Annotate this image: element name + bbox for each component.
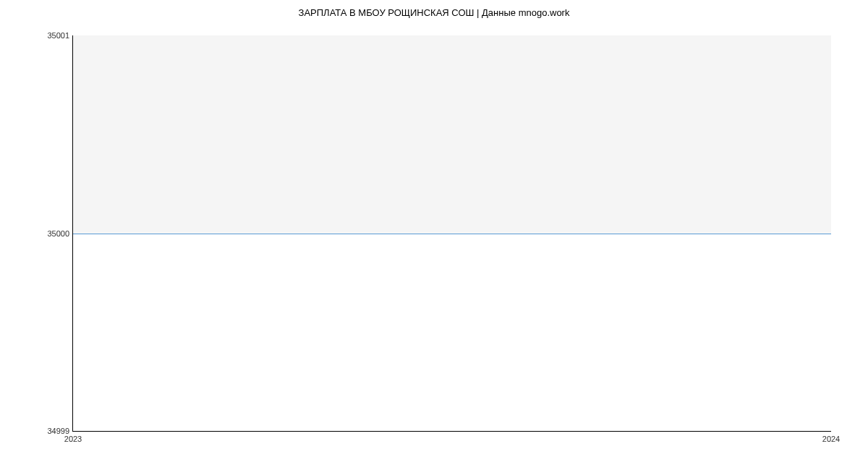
x-tick-label: 2023 — [64, 435, 82, 443]
x-tick-label: 2024 — [822, 435, 840, 443]
plot-area: 35001 35000 34999 2023 2024 — [72, 35, 831, 432]
y-tick-label: 35000 — [47, 229, 69, 238]
chart-title: ЗАРПЛАТА В МБОУ РОЩИНСКАЯ СОШ | Данные m… — [0, 7, 868, 18]
shaded-region — [73, 35, 831, 234]
data-line — [73, 234, 831, 234]
y-tick-label: 35001 — [47, 31, 69, 40]
